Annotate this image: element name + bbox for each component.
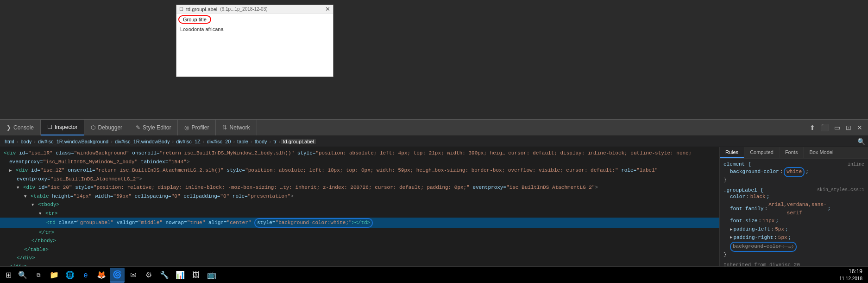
- taskbar-search[interactable]: 🔍: [15, 268, 30, 283]
- popup-close-button[interactable]: ✕: [325, 6, 330, 12]
- tab-inspector[interactable]: ☐ Inspector: [41, 120, 84, 135]
- breadcrumb-sep-3: ›: [111, 139, 113, 144]
- breadcrumb-sep-5: ›: [203, 139, 205, 144]
- breadcrumb-sep-8: ›: [270, 139, 271, 144]
- html-line-selected[interactable]: <td class="groupLabel" valign="middle" n…: [0, 218, 719, 228]
- popup-content-text: Loxodonta africana: [178, 26, 331, 33]
- circle-annotation-bgcolor: white: [784, 167, 805, 177]
- dock-bottom-icon[interactable]: ⬛: [819, 123, 830, 132]
- breadcrumb-tbody[interactable]: tbody: [253, 139, 269, 144]
- taskbar-time: 16:19: [839, 268, 862, 276]
- breadcrumb-sep-7: ›: [251, 139, 252, 144]
- expand-arrow-8[interactable]: ▼: [39, 212, 41, 216]
- taskbar-tools[interactable]: 🔧: [157, 268, 172, 283]
- html-line-6: ▼ <table height="14px" width="59px" cell…: [0, 192, 719, 201]
- rules-tab-fonts[interactable]: Fonts: [780, 147, 804, 158]
- dock-right-icon[interactable]: ▭: [832, 123, 842, 132]
- breadcrumb-div-windowbody[interactable]: div#isc_1R.windowBody: [113, 139, 172, 144]
- breadcrumb-body[interactable]: body: [19, 139, 33, 144]
- profiler-icon: ◎: [184, 124, 189, 131]
- breadcrumb-search-icon[interactable]: 🔍: [857, 138, 865, 145]
- devtools-toolbar-right: ⬆ ⬛ ▭ ⊡ ✕: [804, 120, 868, 135]
- html-line-10: </tr>: [0, 228, 719, 237]
- taskbar-fileexplorer[interactable]: 📁: [47, 268, 62, 283]
- taskbar-taskview[interactable]: ⧉: [31, 268, 46, 283]
- prop-value-bgcolor: white: [786, 169, 802, 174]
- prop-value-pr: 5px: [778, 234, 787, 242]
- breadcrumb-bar: html › body › div#isc_1R.windowBackgroun…: [0, 136, 868, 147]
- breadcrumb-div-windowbg[interactable]: div#isc_1R.windowBackground: [36, 139, 110, 144]
- expand-paddingleft-icon[interactable]: ▶: [730, 226, 732, 233]
- expand-arrow-5[interactable]: ▼: [17, 186, 19, 190]
- taskbar-app2[interactable]: 🖼: [189, 268, 203, 283]
- rule-selector-element-text: element {: [723, 161, 751, 167]
- separate-window-icon[interactable]: ⊡: [844, 123, 853, 132]
- popup-window: ☐ td.groupLabel (6.1p...1p_2018-12-03) ✕…: [176, 5, 333, 77]
- debugger-icon: ⬡: [91, 124, 95, 131]
- rule-prop-paddingleft: ▶ padding-left : 5px;: [723, 225, 864, 234]
- breadcrumb-sep-2: ›: [34, 139, 36, 144]
- taskbar-app1[interactable]: 📊: [173, 268, 188, 283]
- popup-title-text: td.groupLabel: [186, 6, 217, 12]
- taskbar-firefox[interactable]: 🦊: [94, 268, 109, 283]
- tab-style-editor[interactable]: ✎ Style Editor: [129, 120, 178, 135]
- html-line-7: ▼ <tbody>: [0, 200, 719, 209]
- browser-content: ☐ td.groupLabel (6.1p...1p_2018-12-03) ✕…: [0, 0, 868, 119]
- expand-arrow-7[interactable]: ▼: [31, 203, 34, 207]
- expand-arrow-6[interactable]: ▼: [24, 194, 26, 199]
- rules-tab-computed[interactable]: Computed: [744, 147, 780, 158]
- breadcrumb-td-grouplabel[interactable]: td.groupLabel: [281, 139, 316, 144]
- expand-paddingright-icon[interactable]: ▶: [730, 234, 732, 241]
- dock-side-icon[interactable]: ⬆: [808, 123, 817, 132]
- html-line-5: ▼ <div id="isc_20" style="position: rela…: [0, 183, 719, 192]
- tab-debugger[interactable]: ⬡ Debugger: [84, 120, 129, 135]
- taskbar-email[interactable]: ✉: [126, 268, 140, 283]
- breadcrumb-table[interactable]: table: [235, 139, 250, 144]
- html-line-13: </div>: [0, 254, 719, 263]
- tab-console[interactable]: ❯ Console: [0, 120, 41, 135]
- rules-tab-boxmodel[interactable]: Box Model: [804, 147, 839, 158]
- popup-title-icon: ☐: [179, 6, 183, 12]
- popup-group-title-label: Group title: [178, 15, 211, 24]
- tab-profiler-label: Profiler: [191, 124, 209, 131]
- taskbar-app3[interactable]: 📺: [204, 268, 219, 283]
- rule-selector-element: element { inline: [723, 161, 864, 167]
- taskbar-settings[interactable]: ⚙: [141, 268, 156, 283]
- circle-annotation-td: style="background-color:white;"></td>: [254, 218, 373, 228]
- breadcrumb-tr[interactable]: tr: [271, 139, 278, 144]
- inspector-icon: ☐: [47, 124, 52, 130]
- popup-body: Group title Loxodonta africana: [176, 13, 333, 77]
- html-line-2: eventproxy="isc_BuiltInDS_MyWindow_2_bod…: [0, 158, 719, 167]
- taskbar-right: 16:19 11.12.2018: [836, 268, 866, 282]
- tab-style-editor-label: Style Editor: [143, 124, 171, 131]
- breadcrumb-div-isc20[interactable]: div#isc_20: [205, 139, 233, 144]
- html-panel[interactable]: <div id="isc_1R" class="windowBackground…: [0, 147, 720, 266]
- breadcrumb-sep-4: ›: [172, 139, 174, 144]
- rule-block-grouplabel: .groupLabel { skin_styles.css:1 color : …: [723, 187, 864, 257]
- html-line-1: <div id="isc_1R" class="windowBackground…: [0, 149, 719, 158]
- breadcrumb-div-isc1z[interactable]: div#isc_1Z: [174, 139, 202, 144]
- tab-network[interactable]: ⇅ Network: [216, 120, 257, 135]
- prop-value-ff: Arial,Verdana,sans- serif: [768, 201, 826, 217]
- breadcrumb-html[interactable]: html: [3, 139, 16, 144]
- start-button[interactable]: ⊞: [2, 270, 15, 279]
- prop-name-pr: padding-right: [733, 234, 773, 242]
- devtools-main: <div id="isc_1R" class="windowBackground…: [0, 147, 868, 266]
- taskbar-edge[interactable]: 🌐: [63, 268, 77, 283]
- html-line-11: </tbody>: [0, 237, 719, 245]
- taskbar-ie[interactable]: e: [78, 268, 93, 283]
- taskbar-clock: 16:19 11.12.2018: [839, 268, 862, 282]
- prop-strikethrough-bgcolor: background-color: …;: [733, 244, 794, 249]
- rules-panel: Rules Computed Fonts Box Model element {…: [720, 147, 868, 266]
- rule-block-element-inline: element { inline background-color : whit…: [723, 161, 864, 183]
- rules-tab-rules[interactable]: Rules: [720, 147, 744, 158]
- tab-profiler[interactable]: ◎ Profiler: [178, 120, 216, 135]
- devtools-toolbar: ❯ Console ☐ Inspector ⬡ Debugger ✎ Style…: [0, 119, 868, 136]
- expand-arrow-3[interactable]: ▶: [9, 168, 12, 173]
- taskbar-date: 11.12.2018: [839, 276, 862, 282]
- taskbar: ⊞ 🔍 ⧉ 📁 🌐 e 🦊 🌀 ✉ ⚙ 🔧 📊 🖼 📺 16:19 11.12.…: [0, 266, 868, 283]
- taskbar-chrome[interactable]: 🌀: [110, 268, 125, 283]
- prop-value-color: black: [750, 193, 766, 201]
- network-icon: ⇅: [222, 124, 227, 131]
- close-devtools-icon[interactable]: ✕: [855, 123, 864, 132]
